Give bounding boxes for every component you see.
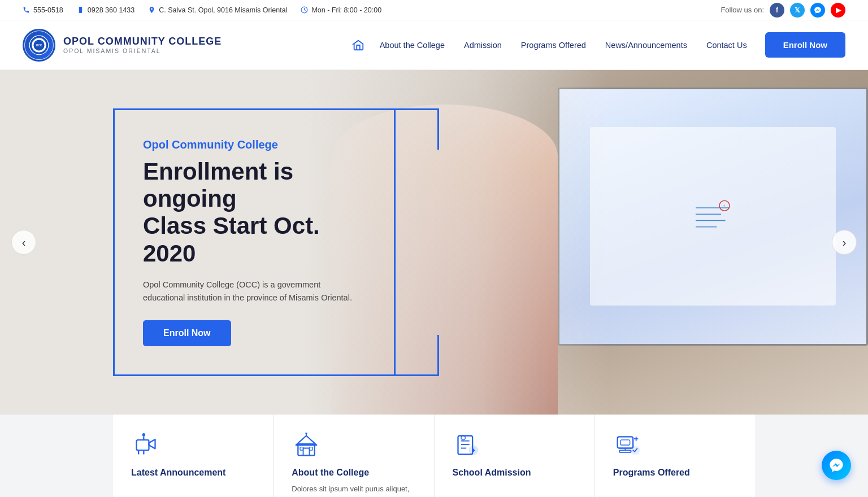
nav-programs[interactable]: Programs Offered [513,36,594,54]
hero-enroll-button[interactable]: Enroll Now [143,320,231,346]
phone-number: 555-0518 [33,6,63,14]
carousel-next-button[interactable]: › [832,230,857,255]
admission-icon [453,430,482,460]
card-about-college[interactable]: About the College Dolores sit ipsum veli… [274,415,434,497]
svg-point-15 [142,433,146,437]
college-icon [292,430,321,460]
svg-marker-14 [149,439,155,449]
nav-contact[interactable]: Contact Us [698,36,755,54]
card-programs-offered[interactable]: Programs Offered [595,415,755,497]
card-about-college-desc: Dolores sit ipsum velit purus aliquet, m… [292,483,415,497]
home-icon[interactable] [348,35,368,55]
phone-item: 555-0518 [23,6,63,14]
svg-rect-0 [79,7,82,13]
mobile-number: 0928 360 1433 [88,6,134,14]
card-latest-announcement[interactable]: Latest Announcement [113,415,274,497]
brand-sub: OPOL MISAMIS ORIENTAL [63,47,222,54]
social-links: Follow us on: f 𝕏 ▶ [721,3,845,18]
svg-rect-34 [617,437,633,448]
hero-title-line2: Class Start Oct. 2020 [143,212,320,266]
address-text: C. Salva St. Opol, 9016 Misamis Oriental [159,6,287,14]
hero-section: + Opol Community College Enrollment is o… [0,70,868,415]
cards-section: Latest Announcement About the College Do… [0,415,868,497]
address-item: C. Salva St. Opol, 9016 Misamis Oriental [148,6,287,14]
nav-news[interactable]: News/Announcements [597,36,695,54]
mobile-icon [77,6,84,14]
card-school-admission[interactable]: School Admission [435,415,595,497]
mobile-item: 0928 360 1433 [77,6,134,14]
hero-title: Enrollment is ongoing Class Start Oct. 2… [143,158,360,267]
announcement-icon [131,430,160,460]
location-icon [148,6,155,14]
topbar: 555-0518 0928 360 1433 C. Salva St. Opol… [0,0,868,20]
nav-about[interactable]: About the College [372,36,453,54]
programs-icon [613,430,643,460]
nav-admission[interactable]: Admission [456,36,510,54]
card-about-college-title: About the College [292,468,369,478]
hero-content: Opol Community College Enrollment is ong… [0,70,868,415]
brand-logo-inner: OCC [25,31,53,59]
svg-rect-35 [619,450,631,452]
carousel-prev-button[interactable]: ‹ [11,230,36,255]
follow-label: Follow us on: [721,6,764,14]
brand-logo: OCC [23,29,55,62]
navbar: OCC OPOL COMMUNITY COLLEGE OPOL MISAMIS … [0,20,868,70]
topbar-contact-info: 555-0518 0928 360 1433 C. Salva St. Opol… [23,6,381,14]
svg-rect-21 [303,448,310,456]
svg-rect-19 [298,444,315,455]
phone-icon [23,6,30,14]
svg-rect-37 [620,440,630,445]
brand-name: OPOL COMMUNITY COLLEGE [63,36,222,47]
svg-rect-13 [137,440,149,450]
svg-point-38 [631,446,639,455]
svg-text:OCC: OCC [36,44,42,47]
clock-icon [301,6,308,14]
youtube-icon[interactable]: ▶ [831,3,845,18]
college-seal-icon: OCC [29,35,49,55]
brand: OCC OPOL COMMUNITY COLLEGE OPOL MISAMIS … [23,29,222,62]
navbar-nav: About the College Admission Programs Off… [348,32,845,58]
nav-enroll-button[interactable]: Enroll Now [765,32,845,58]
messenger-float-icon [828,457,844,473]
messenger-icon[interactable] [810,3,825,18]
card-school-admission-title: School Admission [453,468,531,478]
card-programs-offered-title: Programs Offered [613,468,690,478]
facebook-icon[interactable]: f [770,3,784,18]
hours-item: Mon - Fri: 8:00 - 20:00 [301,6,381,14]
hero-title-line1: Enrollment is ongoing [143,158,293,212]
messenger-float-button[interactable] [822,451,851,480]
hero-box: Opol Community College Enrollment is ong… [113,108,396,377]
card-latest-announcement-title: Latest Announcement [131,468,225,478]
hours-text: Mon - Fri: 8:00 - 20:00 [311,6,381,14]
hero-description: Opol Community College (OCC) is a govern… [143,278,360,304]
brand-text: OPOL COMMUNITY COLLEGE OPOL MISAMIS ORIE… [63,36,222,54]
hero-tagline: Opol Community College [143,138,360,151]
twitter-icon[interactable]: 𝕏 [790,3,805,18]
svg-point-25 [305,433,307,434]
